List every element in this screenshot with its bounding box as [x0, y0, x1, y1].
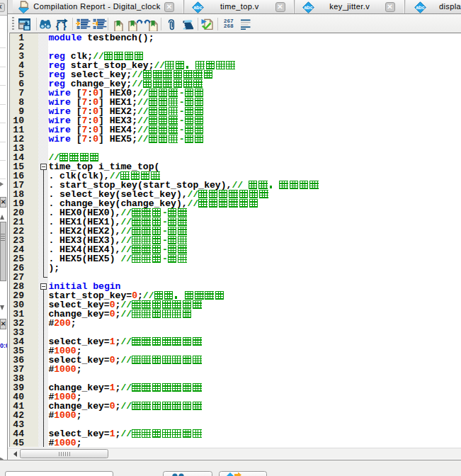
svg-text:abc: abc	[193, 5, 202, 10]
svg-text:abc: abc	[304, 5, 312, 10]
svg-text:abc: abc	[416, 5, 424, 10]
